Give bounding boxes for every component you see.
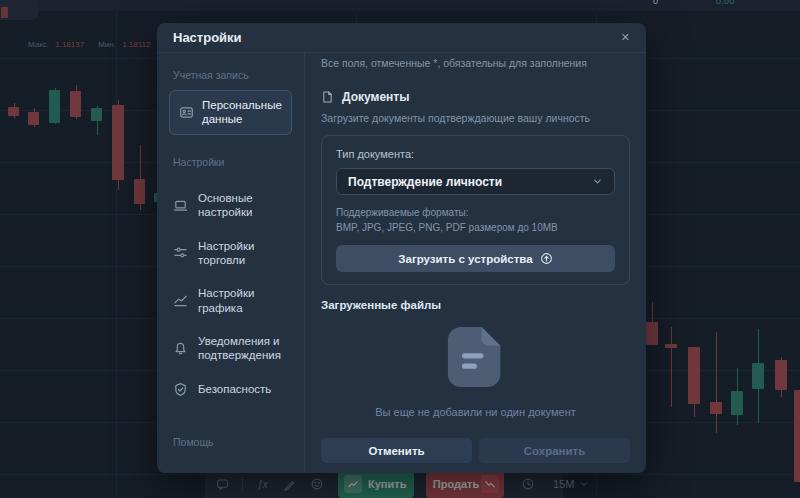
id-card-icon — [179, 105, 194, 120]
sidebar-item-personal-data[interactable]: Персональные данные — [169, 90, 292, 135]
sidebar-item-trading-settings[interactable]: Настройки торговли — [169, 234, 292, 273]
supported-formats: Поддерживаемые форматы: BMP, JPG, JPEG, … — [336, 205, 615, 235]
modal-header: Настройки ✕ — [157, 23, 646, 53]
chart-line-icon — [173, 293, 188, 308]
sidebar-item-label: Настройки графика — [198, 286, 288, 315]
upload-arrow-icon — [540, 252, 553, 265]
documents-subtitle: Загрузите документы подтверждающие вашу … — [321, 112, 630, 124]
sliders-icon — [173, 245, 188, 260]
formats-label: Поддерживаемые форматы: — [336, 207, 468, 218]
required-fields-note: Все поля, отмеченные *, обязательны для … — [321, 57, 630, 69]
settings-sidebar: Учетная запись Персональные данные Настр… — [157, 53, 305, 473]
uploaded-files-title: Загруженные файлы — [321, 299, 630, 311]
phone-icon — [173, 471, 188, 473]
sidebar-item-chart-settings[interactable]: Настройки графика — [169, 281, 292, 320]
sidebar-item-label: Персональные данные — [202, 98, 282, 127]
save-button[interactable]: Сохранить — [479, 438, 630, 463]
document-type-label: Тип документа: — [336, 148, 615, 160]
shield-check-icon — [173, 382, 188, 397]
sidebar-item-security[interactable]: Безопасность — [169, 377, 292, 402]
sidebar-item-label: Уведомления и подтверждения — [198, 334, 288, 363]
sidebar-item-feedback[interactable]: Обратная связь — [169, 466, 292, 473]
document-type-select[interactable]: Подтверждение личности — [336, 168, 615, 195]
upload-button-label: Загрузить с устройства — [398, 253, 532, 265]
empty-documents-text: Вы еще не добавили ни один документ — [375, 406, 576, 418]
trading-app: 0 0.00 Макс. 1.18137 Мин. 1.18112 ƒx — [0, 0, 800, 498]
modal-footer: Отменить Сохранить — [321, 438, 630, 463]
sidebar-item-notifications[interactable]: Уведомления и подтверждения — [169, 329, 292, 368]
upload-panel: Тип документа: Подтверждение личности По… — [321, 135, 630, 285]
settings-modal: Настройки ✕ Учетная запись Персональные … — [157, 23, 646, 473]
sidebar-item-label: Настройки торговли — [198, 239, 288, 268]
documents-header: Документы — [321, 90, 630, 104]
sidebar-item-label: Безопасность — [198, 382, 271, 396]
chevron-down-icon — [592, 176, 603, 187]
document-icon — [321, 90, 334, 104]
sidebar-item-general-settings[interactable]: Основные настройки — [169, 186, 292, 225]
laptop-icon — [173, 198, 188, 213]
modal-title: Настройки — [173, 30, 242, 45]
upload-from-device-button[interactable]: Загрузить с устройства — [336, 245, 615, 272]
cancel-button[interactable]: Отменить — [321, 438, 472, 463]
section-heading-account: Учетная запись — [173, 69, 292, 81]
section-heading-help: Помощь — [173, 436, 292, 448]
empty-document-icon — [446, 325, 506, 389]
sidebar-item-label: Основные настройки — [198, 191, 288, 220]
close-icon[interactable]: ✕ — [621, 32, 630, 43]
document-type-value: Подтверждение личности — [348, 175, 502, 189]
section-heading-settings: Настройки — [173, 156, 292, 168]
documents-title: Документы — [342, 90, 409, 104]
empty-documents-state: Вы еще не добавили ни один документ — [321, 325, 630, 418]
sidebar-item-label: Обратная связь — [198, 471, 283, 473]
bell-icon — [173, 341, 188, 356]
formats-value: BMP, JPG, JPEG, PNG, PDF размером до 10M… — [336, 222, 558, 233]
settings-content: Все поля, отмеченные *, обязательны для … — [305, 53, 646, 473]
